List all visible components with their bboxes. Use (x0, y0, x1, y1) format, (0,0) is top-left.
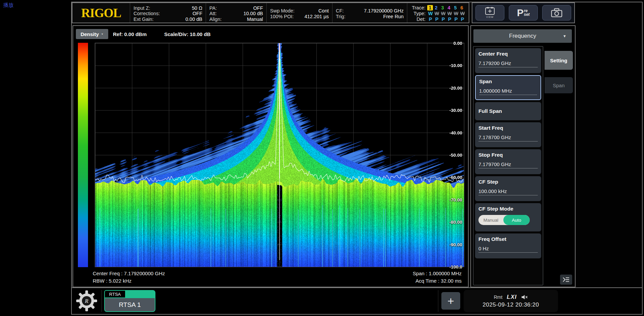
density-colorbar (78, 43, 88, 267)
span-readout: Span : 1.000000 MHz (413, 271, 462, 276)
add-app-button[interactable]: + (441, 292, 460, 310)
center-freq-readout: Center Freq : 7.179200000 GHz (93, 271, 165, 276)
menu-item-cf-step-mode[interactable]: CF Step Mode Manual Auto (475, 203, 541, 231)
trace-4-type[interactable]: W (446, 11, 453, 17)
trace-1-type[interactable]: W (427, 11, 434, 17)
menu-item-center-freq[interactable]: Center Freq 7.179200 GHz (475, 48, 541, 73)
trace-2-detector[interactable]: P (434, 17, 440, 22)
sweep-settings-readout: Swp Mode:Cont 100% POI:412.201 µs (266, 3, 332, 23)
remote-status-badge: Rmt (494, 294, 502, 300)
trace-1-button[interactable]: 1 (427, 5, 433, 10)
tab-setting[interactable]: Setting (545, 51, 573, 70)
rigol-logo: RIGOL (72, 3, 130, 23)
system-menu-button[interactable]: R (76, 290, 97, 312)
taskbar: R RTSA RTSA 1 + Rmt LXI 2025-09-12 20:36… (72, 287, 642, 314)
cf-trigger-readout: CF:7.179200000 GHz Trig:Free Run (332, 3, 407, 23)
trace-3-button[interactable]: 3 (439, 5, 446, 11)
trace-5-type[interactable]: W (453, 11, 459, 17)
trace-3-type[interactable]: W (440, 11, 446, 17)
mute-icon (521, 295, 528, 300)
menu-item-stop-freq[interactable]: Stop Freq 7.179700 GHz (475, 149, 541, 174)
menu-collapse-button[interactable] (560, 275, 572, 285)
screenshot-button[interactable] (542, 5, 571, 21)
app-group-tab-strip (126, 290, 155, 297)
trace-2-button[interactable]: 2 (433, 5, 439, 11)
rbw-readout: RBW : 5.022 kHz (93, 278, 131, 284)
app-group-tab[interactable]: RTSA (104, 290, 126, 297)
trace-5-button[interactable]: 5 (452, 5, 459, 11)
gear-icon: R (76, 290, 97, 312)
trace-1-detector[interactable]: P (427, 17, 434, 22)
cf-step-mode-toggle[interactable]: Manual Auto (478, 215, 530, 225)
menu-item-full-span[interactable]: Full Span (475, 102, 541, 120)
amplitude-settings-readout: PA:OFF Att:10.00 dB Align:Manual (206, 3, 266, 23)
trace-panel: Trace: 1 2 3 4 5 6 Type: W W W W W (407, 3, 469, 23)
camera-icon (550, 8, 563, 18)
instrument-window: RIGOL Input Z:50 Ω Corrections:OFF Ext G… (71, 2, 643, 315)
trace-6-type[interactable]: W (459, 11, 466, 17)
trace-2-type[interactable]: W (434, 11, 440, 17)
taskbar-separator (101, 290, 102, 312)
preset-button[interactable]: P re set (509, 5, 538, 21)
app-tab-rtsa1[interactable]: RTSA 1 (104, 297, 155, 312)
svg-text:VIEW: VIEW (486, 16, 494, 18)
svg-text:R: R (84, 298, 88, 304)
menu-item-freq-offset[interactable]: Freq Offset 0 Hz (475, 233, 541, 258)
trace-6-button[interactable]: 6 (459, 5, 465, 11)
header-bar: RIGOL Input Z:50 Ω Corrections:OFF Ext G… (72, 2, 469, 23)
multi-view-icon: VIEW (483, 7, 497, 19)
menu-title-dropdown[interactable]: Frequency ▼ (473, 29, 572, 43)
spectrum-grid: 0.00 -10.00 -20.00 -30.00 -40.00 -50.00 … (95, 43, 464, 267)
multi-view-button[interactable]: VIEW (475, 5, 504, 21)
spectrum-density-plot[interactable] (95, 43, 464, 267)
trace-5-detector[interactable]: P (453, 17, 459, 22)
preset-icon: P (517, 7, 523, 19)
datetime-readout: 2025-09-12 20:36:20 (482, 302, 539, 308)
taskbar-separator (438, 290, 438, 312)
trace-4-detector[interactable]: P (446, 17, 453, 22)
trace-3-detector[interactable]: P (440, 17, 446, 22)
trace-4-button[interactable]: 4 (446, 5, 452, 11)
collapse-menu-icon (562, 277, 570, 282)
menu-item-span[interactable]: Span 1.000000 MHz (475, 75, 541, 100)
chevron-down-icon: ▼ (101, 33, 104, 36)
lxi-status-badge: LXI (507, 294, 517, 301)
menu-item-start-freq[interactable]: Start Freq 7.178700 GHz (475, 122, 541, 147)
spectrum-display-panel: Density ▼ Ref: 0.00 dBm Scale/Div: 10.00… (72, 25, 469, 287)
frequency-menu: Center Freq 7.179200 GHz Span 1.000000 M… (473, 46, 543, 285)
os-play-label: 播放 (3, 2, 13, 8)
menu-item-cf-step[interactable]: CF Step 100.000 kHz (475, 176, 541, 201)
header-button-group: VIEW P re set (472, 2, 575, 23)
ref-level-readout: Ref: 0.00 dBm (113, 31, 147, 37)
input-settings-readout: Input Z:50 Ω Corrections:OFF Ext Gain:0.… (130, 3, 206, 23)
scale-per-div-readout: Scale/Div: 10.00 dB (164, 31, 211, 37)
display-mode-dropdown[interactable]: Density ▼ (76, 29, 108, 39)
status-panel: Rmt LXI 2025-09-12 20:36:20 (464, 290, 558, 312)
chevron-down-icon: ▼ (563, 34, 566, 38)
trace-6-detector[interactable]: P (459, 17, 466, 22)
acq-time-readout: Acq Time : 32.00 ms (415, 278, 462, 284)
menu-sidebar: Frequency ▼ Center Freq 7.179200 GHz Spa… (470, 25, 576, 287)
tab-span[interactable]: Span (545, 77, 573, 93)
